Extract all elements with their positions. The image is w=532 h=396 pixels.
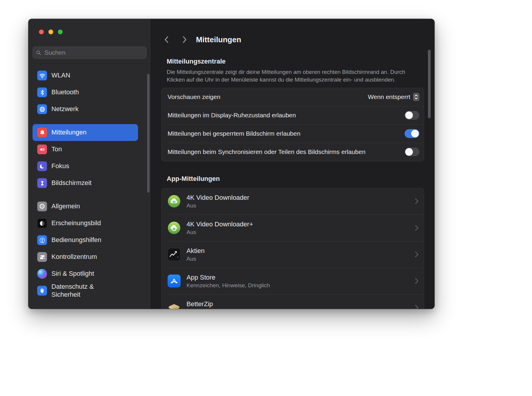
app-notifications-card: 4K Video Downloader Aus: [161, 188, 424, 309]
app-store-icon: [168, 275, 181, 288]
bluetooth-icon: [37, 87, 47, 97]
app-text: 4K Video Downloader Aus: [186, 194, 409, 209]
notification-center-card: Vorschauen zeigen Wenn entsperrt Mitteil…: [161, 88, 424, 161]
app-row-aktien[interactable]: Aktien Aus: [162, 241, 424, 268]
siri-icon: [37, 269, 47, 279]
chevron-right-icon: [415, 198, 419, 204]
sidebar-item-label: Fokus: [51, 162, 69, 170]
sidebar-item-label: WLAN: [51, 72, 70, 79]
sidebar-item-label: Bildschirmzeit: [51, 179, 92, 187]
sidebar-item-label: Ton: [51, 145, 62, 153]
content-area: Mitteilungszentrale Die Mitteilungszentr…: [151, 50, 434, 309]
app-name: Aktien: [186, 247, 409, 255]
sidebar-item-bildschirmzeit[interactable]: Bildschirmzeit: [33, 175, 138, 191]
search-icon: [36, 50, 41, 56]
toggle-knob: [411, 130, 419, 137]
screen-sharing-toggle[interactable]: [405, 147, 419, 156]
app-name: App Store: [186, 274, 409, 281]
content-scrollbar[interactable]: [428, 50, 431, 118]
app-row-app-store[interactable]: App Store Kennzeichen, Hinweise, Dringli…: [162, 268, 424, 294]
display-sleep-row: Mitteilungen im Display-Ruhezustand erla…: [162, 106, 424, 124]
sidebar-item-datenschutz[interactable]: Datenschutz & Sicherheit: [33, 282, 138, 299]
search-input[interactable]: [44, 49, 143, 56]
speaker-icon: [37, 145, 47, 154]
gear-icon: ⚙: [37, 202, 47, 211]
app-row-4k-video-downloader-plus[interactable]: 4K Video Downloader+ Aus: [162, 215, 424, 241]
window-controls: [28, 19, 151, 34]
sidebar-item-label: Mitteilungen: [51, 129, 87, 137]
bell-icon: [37, 128, 47, 137]
stocks-icon: [168, 248, 181, 261]
app-status: Kennzeichen, Hinweise, Dringlich: [186, 282, 409, 289]
sidebar-item-mitteilungen[interactable]: Mitteilungen: [33, 124, 138, 141]
sidebar-item-label: Datenschutz & Sicherheit: [51, 283, 123, 299]
sidebar-scrollbar[interactable]: [147, 74, 150, 193]
sidebar: WLAN Bluetooth: [28, 19, 151, 309]
display-sleep-toggle[interactable]: [405, 111, 419, 120]
system-settings-window: WLAN Bluetooth: [28, 19, 434, 309]
sidebar-item-label: Allgemein: [51, 202, 80, 210]
chevron-right-icon: [415, 251, 419, 257]
sidebar-item-label: Netzwerk: [51, 105, 79, 113]
appearance-icon: [37, 218, 47, 228]
hand-icon: [37, 286, 47, 296]
previews-row: Vorschauen zeigen Wenn entsperrt: [162, 88, 424, 106]
sidebar-item-label: Kontrollzentrum: [51, 253, 97, 261]
4k-video-downloader-icon: [168, 195, 181, 208]
accessibility-icon: [37, 235, 47, 245]
globe-icon: [37, 104, 47, 114]
chevron-right-icon: [415, 305, 419, 309]
main-header: Mitteilungen: [151, 19, 434, 50]
zoom-window-button[interactable]: [58, 30, 63, 34]
app-name: 4K Video Downloader: [186, 194, 409, 202]
moon-icon: [37, 161, 47, 171]
sidebar-item-label: Siri & Spotlight: [51, 270, 94, 278]
sidebar-item-ton[interactable]: Ton: [33, 141, 138, 158]
sidebar-item-allgemein[interactable]: ⚙ Allgemein: [33, 198, 138, 215]
setting-label: Vorschauen zeigen: [168, 93, 220, 100]
chevron-right-icon: [415, 225, 419, 231]
app-row-betterzip[interactable]: BetterZip Aus: [162, 295, 424, 309]
app-text: Aktien Aus: [186, 247, 409, 262]
app-name: 4K Video Downloader+: [186, 220, 409, 228]
sidebar-item-bluetooth[interactable]: Bluetooth: [33, 84, 138, 101]
previews-dropdown-value: Wenn entsperrt: [368, 93, 410, 100]
toggle-knob: [405, 111, 413, 119]
notification-center-description: Die Mitteilungszentrale zeigt dir deine …: [167, 68, 424, 84]
sidebar-group-network: WLAN Bluetooth: [33, 67, 147, 118]
minimize-window-button[interactable]: [48, 30, 53, 34]
betterzip-icon: [168, 301, 181, 309]
sidebar-item-netzwerk[interactable]: Netzwerk: [33, 101, 138, 118]
search-field[interactable]: [33, 46, 147, 59]
forward-button[interactable]: [181, 35, 188, 44]
control-center-icon: [37, 252, 47, 262]
sidebar-item-fokus[interactable]: Fokus: [33, 158, 138, 175]
toggle-knob: [405, 148, 413, 156]
page-title: Mitteilungen: [196, 35, 241, 45]
sidebar-item-kontrollzentrum[interactable]: Kontrollzentrum: [33, 249, 138, 265]
app-text: BetterZip Aus: [186, 300, 409, 309]
app-notifications-heading: App-Mitteilungen: [167, 175, 424, 183]
app-name: BetterZip: [186, 300, 409, 308]
sidebar-item-wlan[interactable]: WLAN: [33, 67, 138, 84]
sidebar-list: WLAN Bluetooth: [28, 64, 151, 299]
previews-dropdown[interactable]: Wenn entsperrt: [368, 93, 419, 101]
app-text: 4K Video Downloader+ Aus: [186, 220, 409, 236]
close-window-button[interactable]: [39, 30, 44, 34]
notification-center-heading: Mitteilungszentrale: [167, 58, 424, 65]
sidebar-item-label: Bedienungshilfen: [51, 236, 101, 244]
app-status: Aus: [186, 256, 409, 262]
stepper-icon: [413, 93, 419, 101]
setting-label: Mitteilungen im Display-Ruhezustand erla…: [168, 112, 296, 119]
sidebar-item-siri-spotlight[interactable]: Siri & Spotlight: [33, 265, 138, 282]
app-row-4k-video-downloader[interactable]: 4K Video Downloader Aus: [162, 188, 424, 215]
sidebar-item-label: Erscheinungsbild: [51, 219, 101, 227]
hourglass-icon: [37, 178, 47, 188]
app-text: App Store Kennzeichen, Hinweise, Dringli…: [186, 274, 409, 289]
sidebar-item-bedienungshilfen[interactable]: Bedienungshilfen: [33, 232, 138, 249]
back-button[interactable]: [163, 35, 170, 44]
setting-label: Mitteilungen bei gesperrtem Bildschirm e…: [168, 130, 300, 137]
lock-screen-toggle[interactable]: [405, 129, 419, 138]
wifi-icon: [37, 71, 47, 80]
sidebar-item-erscheinungsbild[interactable]: Erscheinungsbild: [33, 215, 138, 232]
